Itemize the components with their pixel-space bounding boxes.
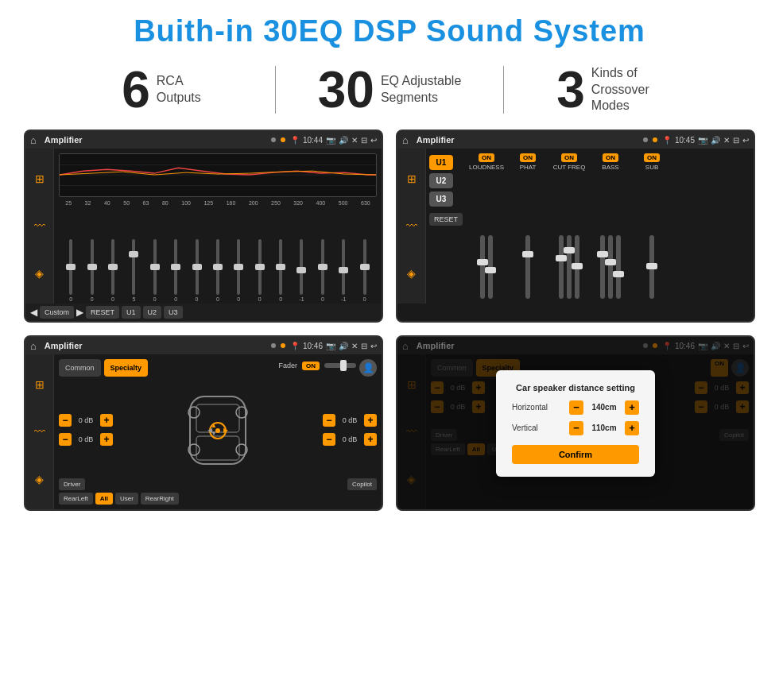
eq-slider-8[interactable]: 0 bbox=[211, 239, 224, 302]
back-icon: ↩ bbox=[370, 136, 377, 145]
amp-time: 10:45 bbox=[675, 136, 695, 145]
cutfreq-label: CUT FREQ bbox=[553, 164, 586, 171]
eq-slider-5[interactable]: 0 bbox=[149, 239, 161, 302]
eq-slider-11[interactable]: 0 bbox=[274, 239, 287, 302]
u3-button[interactable]: U3 bbox=[164, 306, 183, 319]
vertical-minus[interactable]: − bbox=[569, 421, 583, 435]
crossover-wave-icon[interactable]: 〰 bbox=[34, 425, 45, 438]
cutfreq-slider1[interactable] bbox=[559, 235, 564, 299]
db-plus-1[interactable]: + bbox=[100, 414, 113, 427]
horizontal-plus[interactable]: + bbox=[625, 400, 639, 415]
custom-button[interactable]: Custom bbox=[40, 306, 74, 319]
cutfreq-slider3[interactable] bbox=[575, 235, 579, 299]
crossover-back-icon: ↩ bbox=[370, 342, 377, 350]
phat-slider[interactable] bbox=[525, 235, 530, 299]
db-minus-3[interactable]: − bbox=[323, 414, 335, 427]
all-btn[interactable]: All bbox=[95, 493, 113, 505]
crossover-close-icon: ✕ bbox=[351, 342, 358, 350]
db-val-3: 0 dB bbox=[338, 416, 362, 424]
stat-crossover-label: Kinds ofCrossover Modes bbox=[591, 65, 679, 114]
speaker-icon[interactable]: ◈ bbox=[35, 267, 44, 280]
rearright-btn[interactable]: RearRight bbox=[141, 493, 179, 505]
confirm-button[interactable]: Confirm bbox=[512, 445, 639, 464]
db-plus-4[interactable]: + bbox=[364, 433, 377, 446]
u2-preset[interactable]: U2 bbox=[429, 173, 453, 188]
channel-bass: ON BASS bbox=[593, 153, 628, 299]
eq-slider-3[interactable]: 0 bbox=[107, 239, 119, 302]
filter-icon[interactable]: ⊞ bbox=[35, 172, 45, 185]
profile-icon[interactable]: 👤 bbox=[359, 359, 377, 377]
amp-filter-icon[interactable]: ⊞ bbox=[407, 172, 417, 185]
db-val-4: 0 dB bbox=[338, 435, 362, 443]
u1-preset[interactable]: U1 bbox=[429, 155, 453, 170]
crossover-time: 10:46 bbox=[303, 342, 323, 350]
play-button[interactable]: ▶ bbox=[76, 307, 83, 318]
crossover-volume-icon: 🔊 bbox=[339, 342, 348, 350]
driver-btn[interactable]: Driver bbox=[59, 478, 85, 490]
bass-slider3[interactable] bbox=[616, 235, 621, 299]
eq-slider-15[interactable]: 0 bbox=[358, 239, 371, 302]
camera-icon: 📷 bbox=[326, 136, 335, 145]
eq-graph bbox=[59, 153, 377, 197]
db-plus-2[interactable]: + bbox=[100, 433, 113, 446]
eq-slider-9[interactable]: 0 bbox=[232, 239, 245, 302]
crossover-dot-1 bbox=[271, 343, 276, 348]
crossover-tabs: Common Specialty Fader ON 👤 bbox=[59, 359, 377, 377]
svg-text:▶: ▶ bbox=[223, 427, 229, 434]
eq-slider-12[interactable]: -1 bbox=[295, 239, 308, 302]
reset-button[interactable]: RESET bbox=[86, 306, 119, 319]
eq-slider-2[interactable]: 0 bbox=[86, 239, 99, 302]
eq-slider-13[interactable]: 0 bbox=[316, 239, 329, 302]
loudness-slider[interactable] bbox=[480, 235, 485, 299]
tab-common[interactable]: Common bbox=[59, 359, 101, 377]
db-minus-2[interactable]: − bbox=[59, 433, 72, 446]
vertical-plus[interactable]: + bbox=[625, 421, 639, 435]
phat-label: PHAT bbox=[520, 164, 537, 171]
eq-slider-14[interactable]: -1 bbox=[337, 239, 350, 302]
eq-slider-4[interactable]: 5 bbox=[127, 239, 140, 302]
u2-button[interactable]: U2 bbox=[143, 306, 162, 319]
user-btn[interactable]: User bbox=[115, 493, 138, 505]
eq-slider-7[interactable]: 0 bbox=[191, 239, 203, 302]
crossover-filter-icon[interactable]: ⊞ bbox=[35, 378, 45, 391]
db-plus-3[interactable]: + bbox=[364, 414, 377, 427]
eq-main-area: ⊞ 〰 ◈ bbox=[25, 149, 382, 304]
amp-reset-btn[interactable]: RESET bbox=[429, 213, 463, 226]
amp-wave-icon[interactable]: 〰 bbox=[406, 219, 417, 232]
stat-eq: 30 EQ AdjustableSegments bbox=[276, 64, 503, 115]
horizontal-minus[interactable]: − bbox=[569, 400, 583, 415]
amp-speaker-icon[interactable]: ◈ bbox=[407, 267, 416, 280]
bass-slider1[interactable] bbox=[600, 235, 605, 299]
u3-preset[interactable]: U3 bbox=[429, 191, 453, 207]
eq-slider-6[interactable]: 0 bbox=[169, 239, 182, 302]
bass-slider2[interactable] bbox=[608, 235, 613, 299]
svg-rect-0 bbox=[60, 154, 376, 196]
eq-app-name: Amplifier bbox=[45, 135, 266, 145]
home-icon[interactable]: ⌂ bbox=[30, 134, 37, 146]
fader-track[interactable] bbox=[324, 363, 356, 368]
crossover-speaker-icon2[interactable]: ◈ bbox=[35, 473, 44, 485]
sub-label: SUB bbox=[645, 164, 658, 171]
tab-specialty[interactable]: Specialty bbox=[104, 359, 149, 377]
sub-slider[interactable] bbox=[649, 235, 654, 299]
bass-on: ON bbox=[603, 153, 618, 162]
eq-slider-1[interactable]: 0 bbox=[64, 239, 77, 302]
home-icon-3[interactable]: ⌂ bbox=[30, 340, 37, 352]
home-icon-2[interactable]: ⌂ bbox=[402, 134, 409, 146]
svg-text:◀: ◀ bbox=[207, 427, 213, 434]
wave-icon[interactable]: 〰 bbox=[34, 219, 45, 232]
status-dot-1 bbox=[271, 137, 276, 142]
rearleft-btn[interactable]: RearLeft bbox=[59, 493, 93, 505]
prev-button[interactable]: ◀ bbox=[30, 307, 37, 318]
eq-status-icons: 📍 10:44 📷 🔊 ✕ ⊟ ↩ bbox=[290, 136, 377, 145]
u1-button[interactable]: U1 bbox=[122, 306, 141, 319]
copilot-btn[interactable]: Copilot bbox=[347, 478, 377, 490]
eq-slider-10[interactable]: 0 bbox=[254, 239, 266, 302]
stat-crossover-number: 3 bbox=[556, 64, 585, 115]
screen-eq: ⌂ Amplifier 📍 10:44 📷 🔊 ✕ ⊟ ↩ ⊞ 〰 ◈ bbox=[24, 130, 383, 323]
cutfreq-on: ON bbox=[561, 153, 577, 162]
db-minus-4[interactable]: − bbox=[323, 433, 335, 446]
db-minus-1[interactable]: − bbox=[59, 414, 72, 427]
db-row-4: − 0 dB + bbox=[323, 433, 377, 446]
loudness-slider-2[interactable] bbox=[488, 235, 493, 299]
